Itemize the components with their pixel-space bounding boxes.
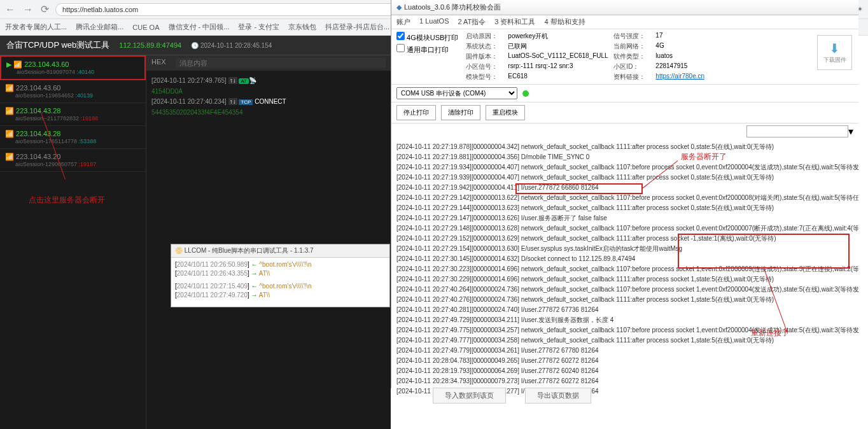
menu-at[interactable]: 2 AT指令 <box>458 17 486 27</box>
reboot-button[interactable]: 重启模块 <box>486 105 525 120</box>
bookmark-item[interactable]: 开发者专属的人工... <box>5 22 67 32</box>
log-line: [2024-10-11 20:27:30.229][000000014.696]… <box>396 274 853 285</box>
connection-item[interactable]: 📶 223.104.43.60 aioSession-119654652 :40… <box>0 80 146 103</box>
log-line: [2024-10-11 20:27:40.264][000000024.736]… <box>396 285 853 295</box>
clear-print-button[interactable]: 清除打印 <box>441 105 480 120</box>
log-line: [2024-10-11 20:27:19.878][000000004.342]… <box>396 142 853 152</box>
forward-icon[interactable]: → <box>23 4 33 15</box>
reload-icon[interactable]: ⟳ <box>41 3 49 15</box>
connection-list: ▶ 📶 223.104.43.60 aioSession-819097074 :… <box>0 55 146 429</box>
download-icon: ⬇ <box>829 41 840 56</box>
log-line: [2024-10-11 20:27:49.729][000000034.211]… <box>396 315 853 325</box>
webtest-header: 合宙TCP/UDP web测试工具 112.125.89.8:47494 🕓 2… <box>0 36 391 55</box>
menu-luatos[interactable]: 1 LuatOS <box>419 17 449 27</box>
menu-help[interactable]: 4 帮助和支持 <box>544 17 585 27</box>
llcom-log: [2024/10/11 20:26:50.989] ← ^boot.rom's'… <box>171 258 389 302</box>
log-line: [2024-10-11 20:27:19.881][000000004.356]… <box>396 152 853 162</box>
log-line: [2024-10-11 20:27:30.223][000000014.696]… <box>396 264 853 274</box>
log-search-input[interactable] <box>746 125 848 137</box>
download-firmware-button[interactable]: ⬇ 下载固件 <box>817 35 852 70</box>
luatools-menubar: 账户 1 LuatOS 2 AT指令 3 资料和工具 4 帮助和支持 <box>391 15 858 29</box>
bookmark-item[interactable]: CUE OA <box>132 24 159 31</box>
device-info-grid: 启动原因：powerkey开机 信号强度：17 系统状态：已联网 当前网络：4G… <box>466 32 853 81</box>
log-line: [2024-10-11 20:27:19.939][000000004.407]… <box>396 172 853 183</box>
llcom-window: 📀 LLCOM - 纯Blue脚本的串口调试工具 - 1.1.3.7 [2024… <box>171 244 390 307</box>
log-line: [2024-10-11 20:27:19.942][000000004.411]… <box>396 183 853 193</box>
log-line: [2024-10-11 20:27:19.934][000000004.407]… <box>396 162 853 172</box>
connection-item[interactable]: 📶 223.104.43.28 aioSession--2117782832 :… <box>0 103 146 126</box>
luatools-titlebar: ◆ Luatools_3.0.6 降功耗校验会面 <box>391 0 858 15</box>
log-line: [2024-10-11 20:27:29.142][000000013.622]… <box>396 193 853 203</box>
connection-item[interactable]: ▶ 📶 223.104.43.60 aioSession-819097074 :… <box>0 55 146 80</box>
llcom-title: 📀 LLCOM - 纯Blue脚本的串口调试工具 - 1.1.3.7 <box>171 244 389 258</box>
bottom-tabs: 导入数据到该页 导出该页数据 <box>433 388 591 404</box>
server-time: 🕓 2024-10-11 20:28:45.154 <box>191 42 272 49</box>
menu-tools[interactable]: 3 资料和工具 <box>494 17 535 27</box>
bookmark-item[interactable]: 京东钱包 <box>288 22 316 32</box>
webtest-title: 合宙TCP/UDP web测试工具 <box>6 39 109 51</box>
export-data-button[interactable]: 导出该页数据 <box>525 388 591 404</box>
server-address: 112.125.89.8:47494 <box>119 41 181 49</box>
log-line: [2024-10-11 20:28:19.793][000000064.269]… <box>396 366 853 376</box>
log-line: [2024-10-11 20:27:29.148][000000013.628]… <box>396 223 853 234</box>
hex-label: HEX <box>151 58 166 68</box>
log-line: [2024-10-11 20:27:40.281][000000024.740]… <box>396 305 853 315</box>
annotation-reconnected: 重新连接了 <box>751 328 789 339</box>
search-dropdown-icon[interactable]: ▾ <box>848 125 853 137</box>
bookmark-item[interactable]: 微信支付 - 中国领... <box>169 22 230 32</box>
message-input[interactable] <box>176 58 386 68</box>
checkbox-uart-print[interactable]: 通用串口打印 <box>396 44 458 55</box>
log-line: [2024-10-11 20:28:04.783][000000049.265]… <box>396 356 853 366</box>
log-line: [2024-10-11 20:27:49.779][000000034.261]… <box>396 346 853 356</box>
bookmark-item[interactable]: 抖店登录-抖店后台... <box>325 22 389 32</box>
checkbox-usb-print[interactable]: 4G模块USB打印 <box>396 32 458 43</box>
log-line: [2024-10-11 20:27:40.276][000000024.736]… <box>396 295 853 305</box>
import-data-button[interactable]: 导入数据到该页 <box>433 388 506 404</box>
log-line: [2024-10-11 20:27:29.147][000000013.626]… <box>396 213 853 223</box>
connection-item[interactable]: 📶 223.104.43.28 aioSession-1765114778 :5… <box>0 126 146 149</box>
luatools-controls: COM4 USB 串行设备 (COM4) <box>391 85 858 102</box>
luatools-log[interactable]: [2024-10-11 20:27:19.878][000000004.342]… <box>391 139 858 423</box>
connection-item[interactable]: 📶 223.104.43.20 aioSession-1290050757 :1… <box>0 149 146 172</box>
doc-link[interactable]: https://air780e.cn <box>655 73 732 81</box>
app-icon: ◆ <box>396 3 402 11</box>
stop-print-button[interactable]: 停止打印 <box>396 105 436 120</box>
bookmark-item[interactable]: 登录 - 支付宝 <box>238 22 279 32</box>
log-line: [2024-10-11 20:28:34.793][000000079.273]… <box>396 376 853 386</box>
webtest-log: HEX [2024-10-11 20:27:49.765] ↑↓ AT📡 415… <box>146 55 391 429</box>
log-line: [2024-10-11 20:27:29.144][000000013.623]… <box>396 203 853 213</box>
status-led-icon <box>522 90 529 97</box>
log-line: [2024-10-11 20:27:29.154][000000013.630]… <box>396 244 853 254</box>
annotation-click-disconnect: 点击这里服务器会断开 <box>29 195 105 206</box>
log-line: [2024-10-11 20:27:30.145][000000014.632]… <box>396 254 853 264</box>
bookmark-item[interactable]: 腾讯企业邮箱... <box>76 22 123 32</box>
annotation-server-disconnected: 服务器断开了 <box>681 151 727 162</box>
com-port-select[interactable]: COM4 USB 串行设备 (COM4) <box>396 87 517 99</box>
back-icon[interactable]: ← <box>5 4 15 15</box>
menu-account[interactable]: 账户 <box>396 17 410 27</box>
webtest-panel: 合宙TCP/UDP web测试工具 112.125.89.8:47494 🕓 2… <box>0 36 391 429</box>
log-line: [2024-10-11 20:27:29.152][000000013.629]… <box>396 234 853 244</box>
